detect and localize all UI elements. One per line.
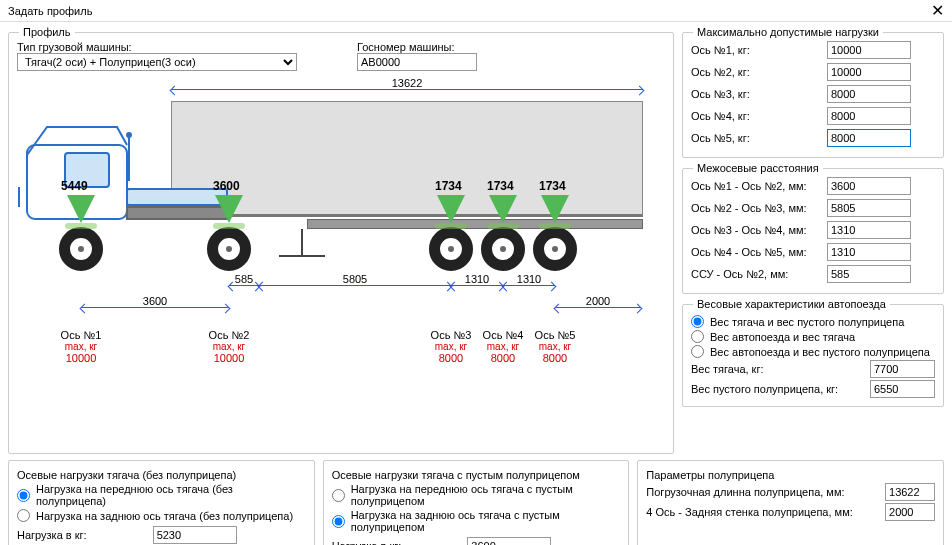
load-arrow-1 — [67, 195, 95, 223]
svg-point-4 — [127, 133, 131, 137]
load-arrow-4 — [489, 195, 517, 223]
load-1: 5449 — [61, 179, 88, 193]
maxload-5-input[interactable] — [827, 129, 911, 147]
load-flare-2 — [213, 223, 245, 229]
truck-type-select[interactable]: Тягач(2 оси) + Полуприцеп(3 оси) — [17, 53, 297, 71]
trailer-params-legend: Параметры полуприцепа — [646, 469, 774, 481]
license-input[interactable] — [357, 53, 477, 71]
load-flare-4 — [487, 223, 519, 229]
combo-axle-legend: Осевые нагрузки тягача с пустым полуприц… — [332, 469, 580, 481]
load-flare-5 — [539, 223, 571, 229]
weight-radio-2[interactable] — [691, 330, 704, 343]
max-loads-group: Максимально допустимые нагрузки Ось №1, … — [682, 32, 944, 158]
interaxle-group: Межосевые расстояния Ось №1 - Ось №2, мм… — [682, 168, 944, 294]
iax-3-input[interactable] — [827, 221, 911, 239]
tractor-load-input[interactable] — [153, 526, 237, 544]
combo-axle-radio-2[interactable] — [332, 515, 345, 528]
maxload-5-label: Ось №5, кг: — [691, 132, 821, 144]
combo-axle-group: Осевые нагрузки тягача с пустым полуприц… — [323, 460, 630, 545]
trailer-len-input[interactable] — [885, 483, 935, 501]
tractor-axle-radio-1-label: Нагрузка на переднюю ось тягача (без пол… — [36, 483, 306, 507]
tractor-load-label: Нагрузка в кг: — [17, 529, 87, 541]
weight-tractor-label: Вес тягача, кг: — [691, 363, 866, 375]
iax-5-input[interactable] — [827, 265, 911, 283]
load-2: 3600 — [213, 179, 240, 193]
weight-radio-1[interactable] — [691, 315, 704, 328]
trailer-back-input[interactable] — [885, 503, 935, 521]
wheel-1 — [59, 227, 103, 271]
combo-load-label: Нагрузка в кг: — [332, 540, 402, 545]
weight-trailer-label: Вес пустого полуприцепа, кг: — [691, 383, 866, 395]
combo-axle-radio-1[interactable] — [332, 489, 345, 502]
maxload-1-input[interactable] — [827, 41, 911, 59]
axle-5-label: Ось №5 max, кг 8000 — [523, 329, 587, 364]
iax-2-label: Ось №2 - Ось №3, мм: — [691, 202, 821, 214]
trailer-len-label: Погрузочная длинна полуприцепа, мм: — [646, 486, 881, 498]
weight-radio-2-label: Вес автопоезда и вес тягача — [710, 331, 855, 343]
maxload-2-label: Ось №2, кг: — [691, 66, 821, 78]
weight-radio-1-label: Вес тягача и вес пустого полуприцепа — [710, 316, 904, 328]
iax-5-label: ССУ - Ось №2, мм: — [691, 268, 821, 280]
trailer-back-label: 4 Ось - Задняя стенка полуприцепа, мм: — [646, 506, 881, 518]
maxload-1-label: Ось №1, кг: — [691, 44, 821, 56]
weight-radio-3[interactable] — [691, 345, 704, 358]
load-arrow-5 — [541, 195, 569, 223]
weight-radio-3-label: Вес автопоезда и вес пустого полуприцепа — [710, 346, 930, 358]
profile-legend: Профиль — [19, 26, 75, 38]
iax-4-label: Ось №4 - Ось №5, мм: — [691, 246, 821, 258]
load-flare-1 — [65, 223, 97, 229]
wheel-4 — [481, 227, 525, 271]
tractor-axle-radio-1[interactable] — [17, 489, 30, 502]
iax-3-label: Ось №3 - Ось №4, мм: — [691, 224, 821, 236]
tractor-axle-radio-2[interactable] — [17, 509, 30, 522]
license-label: Госномер машины: — [357, 41, 477, 53]
profile-group: Профиль Тип грузовой машины: Тягач(2 оси… — [8, 32, 674, 454]
load-arrow-3 — [437, 195, 465, 223]
svg-rect-3 — [127, 207, 227, 219]
wheel-2 — [207, 227, 251, 271]
svg-rect-2 — [127, 189, 227, 205]
wheel-3 — [429, 227, 473, 271]
truck-type-label: Тип грузовой машины: — [17, 41, 297, 53]
dim-45: 1310 — [517, 273, 541, 285]
iax-2-input[interactable] — [827, 199, 911, 217]
iax-4-input[interactable] — [827, 243, 911, 261]
tractor-axle-radio-2-label: Нагрузка на заднюю ось тягача (без полуп… — [36, 510, 293, 522]
maxload-3-label: Ось №3, кг: — [691, 88, 821, 100]
weight-tractor-input[interactable] — [870, 360, 935, 378]
iax-1-input[interactable] — [827, 177, 911, 195]
tractor-axle-legend: Осевые нагрузки тягача (без полуприцепа) — [17, 469, 236, 481]
load-3: 1734 — [435, 179, 462, 193]
combo-load-input[interactable] — [467, 537, 551, 545]
axle-1-label: Ось №1 max, кг 10000 — [49, 329, 113, 364]
max-loads-legend: Максимально допустимые нагрузки — [693, 26, 883, 38]
dim-back: 2000 — [586, 295, 610, 307]
weight-group: Весовые характеристики автопоезда Вес тя… — [682, 304, 944, 407]
close-icon[interactable]: ✕ — [922, 0, 952, 22]
dim-23: 5805 — [343, 273, 367, 285]
dim-34: 1310 — [465, 273, 489, 285]
trailer-params-group: Параметры полуприцепа Погрузочная длинна… — [637, 460, 944, 545]
maxload-4-input[interactable] — [827, 107, 911, 125]
load-4: 1734 — [487, 179, 514, 193]
combo-axle-radio-2-label: Нагрузка на заднюю ось тягача с пустым п… — [351, 509, 621, 533]
maxload-3-input[interactable] — [827, 85, 911, 103]
maxload-2-input[interactable] — [827, 63, 911, 81]
dim-585: 585 — [235, 273, 253, 285]
window-title: Задать профиль — [8, 5, 92, 17]
combo-axle-radio-1-label: Нагрузка на переднюю ось тягача с пустым… — [351, 483, 621, 507]
load-flare-3 — [435, 223, 467, 229]
weight-legend: Весовые характеристики автопоезда — [693, 298, 890, 310]
iax-1-label: Ось №1 - Ось №2, мм: — [691, 180, 821, 192]
truck-diagram: 13622 — [17, 77, 657, 387]
weight-trailer-input[interactable] — [870, 380, 935, 398]
load-arrow-2 — [215, 195, 243, 223]
wheel-5 — [533, 227, 577, 271]
tractor-axle-group: Осевые нагрузки тягача (без полуприцепа)… — [8, 460, 315, 545]
dim-12: 3600 — [143, 295, 167, 307]
axle-2-label: Ось №2 max, кг 10000 — [197, 329, 261, 364]
interaxle-legend: Межосевые расстояния — [693, 162, 823, 174]
load-5: 1734 — [539, 179, 566, 193]
maxload-4-label: Ось №4, кг: — [691, 110, 821, 122]
